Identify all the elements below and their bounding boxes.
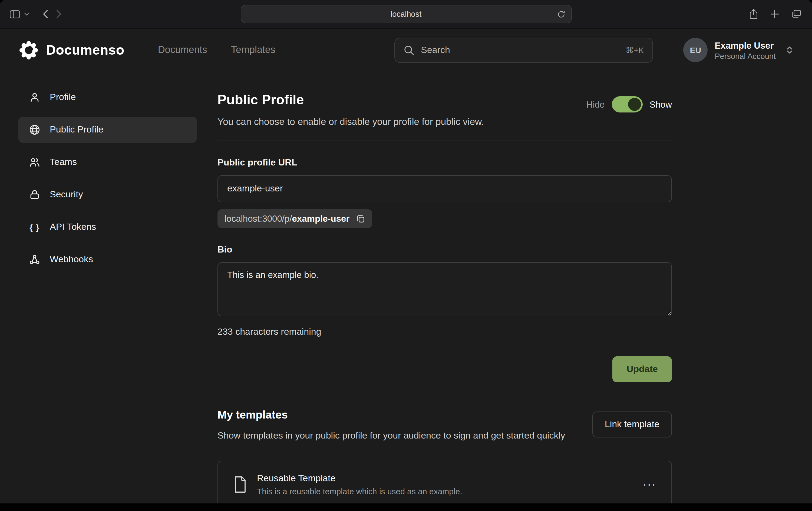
settings-sidebar: Profile Public Profile Teams Security bbox=[19, 84, 197, 511]
show-label: Show bbox=[649, 99, 672, 110]
browser-window: localhost bbox=[0, 0, 812, 511]
account-menu[interactable]: EU Example User Personal Account bbox=[683, 38, 793, 62]
tab-overview-icon[interactable] bbox=[791, 10, 801, 19]
reload-icon[interactable] bbox=[557, 10, 565, 18]
sidebar-item-profile[interactable]: Profile bbox=[19, 84, 197, 110]
account-name: Example User bbox=[715, 40, 776, 51]
brand-name: Documenso bbox=[46, 42, 124, 58]
search-icon bbox=[404, 44, 414, 55]
page-subtitle: You can choose to enable or disable your… bbox=[218, 116, 484, 128]
my-templates-title: My templates bbox=[218, 408, 565, 421]
app-header: Documenso Documents Templates ⌘+K EU Exa… bbox=[0, 29, 812, 71]
section-divider bbox=[218, 141, 672, 141]
brand[interactable]: Documenso bbox=[19, 40, 124, 60]
search-shortcut: ⌘+K bbox=[626, 45, 644, 55]
sidebar-item-label: Webhooks bbox=[50, 254, 93, 265]
url-prefix: localhost:3000/p/ bbox=[225, 214, 292, 223]
link-template-button[interactable]: Link template bbox=[592, 412, 672, 438]
template-name: Reusable Template bbox=[257, 473, 462, 484]
chevron-down-icon[interactable] bbox=[24, 12, 29, 16]
characters-remaining: 233 characters remaining bbox=[218, 327, 672, 337]
sidebar-item-webhooks[interactable]: Webhooks bbox=[19, 247, 197, 273]
copy-icon[interactable] bbox=[356, 214, 365, 223]
forward-icon[interactable] bbox=[56, 10, 62, 19]
bio-textarea[interactable]: This is an example bio. bbox=[218, 262, 672, 316]
sidebar-item-label: Security bbox=[50, 189, 83, 200]
chevron-up-down-icon bbox=[785, 46, 793, 55]
bio-field-label: Bio bbox=[218, 244, 672, 255]
sidebar-item-label: Profile bbox=[50, 92, 76, 103]
settings-page: Profile Public Profile Teams Security bbox=[0, 71, 812, 511]
back-icon[interactable] bbox=[43, 10, 48, 19]
sidebar-item-label: API Tokens bbox=[50, 222, 96, 233]
nav-templates[interactable]: Templates bbox=[231, 44, 276, 56]
new-tab-icon[interactable] bbox=[770, 10, 779, 19]
template-description: This is a reusable template which is use… bbox=[257, 487, 462, 496]
toggle-knob bbox=[628, 98, 641, 111]
profile-url-preview: localhost:3000/p/example-user bbox=[218, 209, 372, 228]
sidebar-item-label: Public Profile bbox=[50, 124, 103, 135]
page-title: Public Profile bbox=[218, 92, 484, 108]
address-url: localhost bbox=[390, 10, 422, 19]
avatar: EU bbox=[683, 38, 707, 62]
sidebar-item-api-tokens[interactable]: { } API Tokens bbox=[19, 214, 197, 240]
account-type: Personal Account bbox=[715, 52, 776, 60]
profile-url-input[interactable] bbox=[218, 175, 672, 202]
more-options-icon[interactable]: ··· bbox=[643, 479, 656, 490]
search-input[interactable] bbox=[421, 44, 619, 55]
sidebar-item-label: Teams bbox=[50, 157, 77, 168]
template-row[interactable]: Reusable Template This is a reusable tem… bbox=[218, 461, 672, 508]
webhook-icon bbox=[28, 253, 41, 266]
browser-window-controls bbox=[749, 9, 801, 20]
profile-visibility-toggle[interactable] bbox=[612, 96, 642, 113]
visibility-toggle-group: Hide Show bbox=[586, 96, 672, 113]
url-preview-text: localhost:3000/p/example-user bbox=[225, 214, 349, 224]
user-icon bbox=[28, 91, 41, 103]
hide-label: Hide bbox=[586, 99, 605, 110]
sidebar-item-security[interactable]: Security bbox=[19, 182, 197, 208]
browser-nav-controls bbox=[10, 10, 62, 19]
globe-icon bbox=[28, 124, 41, 136]
url-field-label: Public profile URL bbox=[218, 157, 672, 168]
global-search[interactable]: ⌘+K bbox=[395, 37, 653, 62]
sidebar-item-public-profile[interactable]: Public Profile bbox=[19, 117, 197, 143]
braces-icon: { } bbox=[28, 222, 41, 232]
sidebar-toggle-icon[interactable] bbox=[10, 10, 20, 18]
update-button[interactable]: Update bbox=[613, 356, 672, 382]
window-bottom-edge bbox=[0, 504, 812, 511]
file-icon bbox=[233, 476, 247, 493]
sidebar-item-teams[interactable]: Teams bbox=[19, 149, 197, 175]
address-bar[interactable]: localhost bbox=[240, 5, 572, 23]
my-templates-description: Show templates in your public profile fo… bbox=[218, 429, 565, 442]
share-icon[interactable] bbox=[749, 9, 758, 20]
documenso-logo-icon bbox=[19, 40, 39, 60]
url-slug: example-user bbox=[292, 214, 350, 223]
top-navigation: Documents Templates bbox=[158, 44, 276, 56]
nav-documents[interactable]: Documents bbox=[158, 44, 207, 56]
public-profile-settings: Public Profile You can choose to enable … bbox=[218, 84, 672, 511]
users-icon bbox=[28, 156, 41, 168]
browser-chrome: localhost bbox=[0, 0, 812, 29]
lock-icon bbox=[28, 189, 41, 201]
